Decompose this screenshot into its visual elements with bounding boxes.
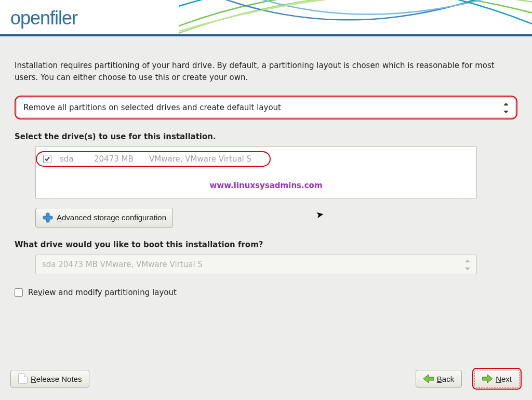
advanced-storage-button[interactable]: Advanced storage configuration: [35, 208, 173, 228]
header: openfiler: [0, 0, 532, 36]
partition-scheme-value: Remove all partitions on selected drives…: [23, 103, 281, 112]
drive-desc: VMware, VMware Virtual S: [149, 154, 263, 164]
plus-icon: [42, 212, 54, 223]
brand-logo: openfiler: [10, 7, 77, 29]
boot-drive-dropdown[interactable]: sda 20473 MB VMware, VMware Virtual S: [35, 255, 477, 274]
drive-row-highlight: sda 20473 MB VMware, VMware Virtual S: [36, 151, 271, 167]
arrow-left-icon: [423, 375, 434, 383]
back-label: Back: [437, 375, 454, 383]
partition-scheme-dropdown[interactable]: Remove all partitions on selected drives…: [17, 98, 515, 117]
boot-drive-value: sda 20473 MB VMware, VMware Virtual S: [42, 260, 203, 269]
next-button[interactable]: Next: [474, 370, 520, 388]
review-checkbox-row[interactable]: Review and modify partitioning layout: [15, 288, 517, 297]
decorative-swoosh: [179, 0, 532, 36]
review-checkbox[interactable]: [15, 288, 23, 297]
svg-rect-1: [43, 216, 52, 219]
release-notes-button[interactable]: Release Notes: [10, 370, 89, 388]
back-button[interactable]: Back: [416, 370, 462, 388]
next-button-highlight: Next: [472, 368, 522, 390]
review-label: Review and modify partitioning layout: [28, 288, 177, 297]
arrow-right-icon: [482, 375, 493, 383]
document-icon: [18, 374, 28, 384]
partition-dropdown-highlight: Remove all partitions on selected drives…: [15, 96, 517, 119]
drive-list[interactable]: sda 20473 MB VMware, VMware Virtual S: [35, 146, 477, 198]
dropdown-arrows-icon: [502, 102, 510, 114]
drive-row-sda[interactable]: sda 20473 MB VMware, VMware Virtual S: [38, 152, 269, 166]
drive-checkbox-sda[interactable]: [43, 155, 51, 163]
intro-text: Installation requires partitioning of yo…: [15, 60, 517, 84]
adv-button-label: Advanced storage configuration: [57, 213, 166, 222]
next-label: Next: [496, 375, 512, 383]
boot-drive-label: What drive would you like to boot this i…: [15, 240, 517, 249]
drives-label: Select the drive(s) to use for this inst…: [15, 132, 517, 141]
footer: Release Notes Back Next: [0, 359, 532, 400]
dropdown-arrows-icon: [464, 259, 471, 271]
drive-size: 20473 MB: [94, 154, 141, 164]
release-notes-label: Release Notes: [31, 375, 82, 383]
main-content: Installation requires partitioning of yo…: [0, 36, 532, 297]
drive-name: sda: [60, 154, 86, 164]
